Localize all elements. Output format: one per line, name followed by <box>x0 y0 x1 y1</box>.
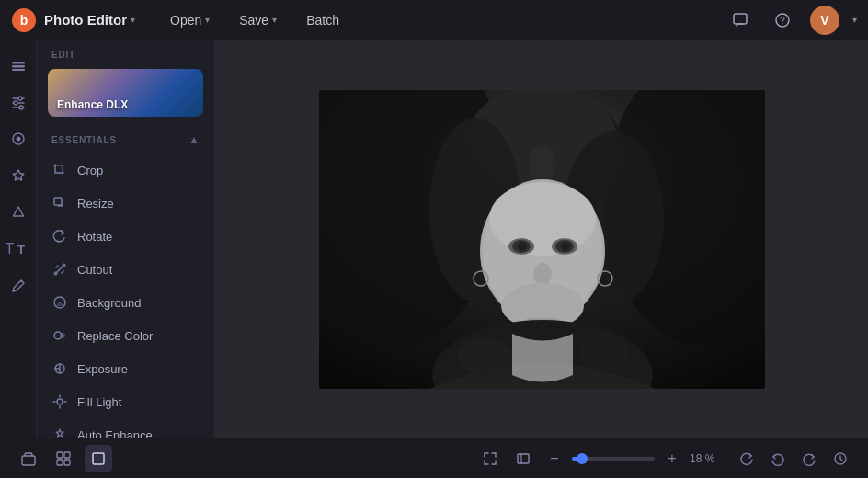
edit-section-label: Edit <box>37 40 214 65</box>
auto-enhance-icon <box>51 427 68 438</box>
tool-rotate[interactable]: Rotate <box>37 220 214 253</box>
exposure-label: Exposure <box>77 362 128 376</box>
svg-rect-67 <box>57 460 63 465</box>
app-title-chevron[interactable]: ▾ <box>131 15 135 25</box>
replace-color-label: Replace Color <box>77 329 153 343</box>
replace-color-icon <box>51 327 68 344</box>
svg-rect-69 <box>93 453 104 464</box>
tool-replace-color[interactable]: Replace Color <box>37 319 214 352</box>
fit-view-button[interactable] <box>476 445 504 472</box>
save-label: Save <box>239 13 268 28</box>
svg-text:T: T <box>17 243 25 256</box>
chat-button[interactable] <box>725 6 755 35</box>
refresh-button[interactable] <box>734 446 760 472</box>
svg-text:?: ? <box>780 16 785 26</box>
zoom-plus-icon: + <box>668 450 676 467</box>
svg-point-15 <box>16 137 20 142</box>
tool-resize[interactable]: Resize <box>37 187 214 220</box>
zoom-out-button[interactable]: − <box>542 447 566 471</box>
avatar[interactable]: V <box>810 6 839 35</box>
app-title: Photo Editor <box>44 12 127 28</box>
tools-list: Crop Resize Rotate <box>37 152 214 438</box>
photo-image <box>319 90 765 389</box>
crop-label: Crop <box>77 164 103 177</box>
svg-text:b: b <box>20 13 29 28</box>
cutout-icon <box>51 261 68 278</box>
fill-light-icon <box>51 393 68 410</box>
svg-point-24 <box>57 399 63 404</box>
svg-rect-7 <box>12 69 25 71</box>
photo-canvas <box>319 90 765 389</box>
svg-point-53 <box>518 242 527 251</box>
rotate-label: Rotate <box>77 230 112 244</box>
save-button[interactable]: Save ▾ <box>226 7 290 33</box>
essentials-toggle[interactable]: ▲ <box>188 133 200 146</box>
zoom-controls: − + 18 % <box>476 445 717 472</box>
canvas-area[interactable] <box>215 40 868 438</box>
svg-point-62 <box>457 338 512 375</box>
zoom-slider-thumb <box>577 453 588 464</box>
tool-fill-light[interactable]: Fill Light <box>37 385 214 418</box>
layers-view-button[interactable] <box>15 445 42 472</box>
open-label: Open <box>170 13 201 28</box>
sidebar-item-text[interactable]: T T <box>3 233 34 265</box>
side-panel: Edit Enhance DLX Essentials ▲ Crop <box>37 40 215 438</box>
sidebar-item-favorites[interactable] <box>3 160 34 191</box>
svg-point-54 <box>561 242 570 251</box>
enhance-card[interactable]: Enhance DLX <box>48 69 203 117</box>
svg-rect-70 <box>518 454 529 463</box>
grid-view-button[interactable] <box>50 445 77 472</box>
bottom-left-tools <box>15 445 112 472</box>
resize-label: Resize <box>77 197 114 211</box>
enhance-card-label: Enhance DLX <box>57 98 128 111</box>
svg-rect-2 <box>734 14 747 24</box>
help-button[interactable]: ? <box>768 6 797 35</box>
sidebar-item-brush[interactable] <box>3 270 34 302</box>
batch-button[interactable]: Batch <box>293 7 352 33</box>
svg-point-9 <box>18 97 22 100</box>
open-button[interactable]: Open ▾ <box>157 7 223 33</box>
single-view-button[interactable] <box>85 445 112 472</box>
auto-enhance-label: Auto Enhance <box>77 428 153 438</box>
main-area: T T Edit Enhance DLX Essentials ▲ <box>0 40 868 438</box>
cutout-label: Cutout <box>77 263 112 277</box>
open-chevron: ▾ <box>205 15 210 25</box>
svg-point-48 <box>489 182 596 256</box>
bottom-bar: − + 18 % <box>0 438 868 478</box>
fill-light-label: Fill Light <box>77 395 121 409</box>
tool-auto-enhance[interactable]: Auto Enhance <box>37 418 214 438</box>
sidebar-item-view[interactable] <box>3 123 34 154</box>
icon-bar: T T <box>0 40 37 438</box>
avatar-chevron[interactable]: ▾ <box>852 15 857 25</box>
svg-point-13 <box>19 106 23 109</box>
sidebar-item-layers[interactable] <box>3 50 34 81</box>
undo-button[interactable] <box>765 446 791 472</box>
sidebar-item-shapes[interactable] <box>3 197 34 228</box>
svg-point-11 <box>14 101 17 105</box>
app-logo: b <box>11 7 37 33</box>
tool-crop[interactable]: Crop <box>37 154 214 187</box>
svg-point-55 <box>533 263 552 285</box>
zoom-slider[interactable] <box>572 457 655 461</box>
svg-rect-5 <box>12 62 25 64</box>
tool-background[interactable]: Background <box>37 286 214 319</box>
tool-cutout[interactable]: Cutout <box>37 253 214 286</box>
tool-exposure[interactable]: Exposure <box>37 352 214 385</box>
sidebar-item-adjustments[interactable] <box>3 86 34 118</box>
history-button[interactable] <box>828 446 853 472</box>
bottom-right-icons <box>734 446 853 472</box>
svg-rect-17 <box>54 198 62 205</box>
resize-icon <box>51 195 68 211</box>
crop-icon <box>51 162 68 178</box>
fullscreen-button[interactable] <box>509 445 537 472</box>
background-icon <box>51 294 68 311</box>
topbar-right: ? V ▾ <box>725 6 857 35</box>
background-label: Background <box>77 296 141 310</box>
zoom-in-button[interactable]: + <box>660 447 684 471</box>
svg-point-22 <box>60 333 65 338</box>
essentials-header: Essentials ▲ <box>37 128 214 152</box>
zoom-value: 18 % <box>690 452 717 465</box>
exposure-icon <box>51 360 68 377</box>
redo-button[interactable] <box>796 446 822 472</box>
svg-rect-6 <box>12 65 25 68</box>
